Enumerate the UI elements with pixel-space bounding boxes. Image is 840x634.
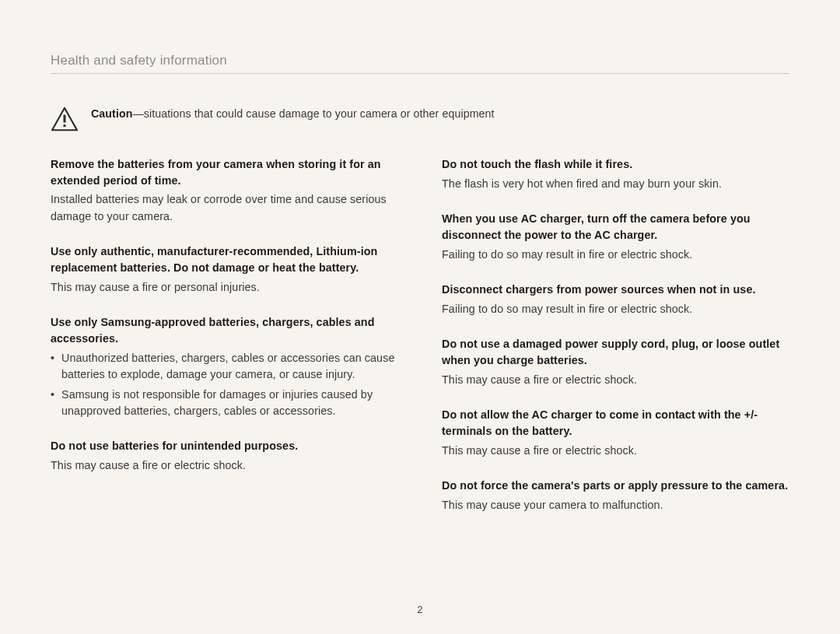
block-heading: When you use AC charger, turn off the ca… [442, 211, 789, 243]
block-heading: Do not force the camera's parts or apply… [442, 478, 789, 494]
page-number: 2 [0, 604, 840, 615]
caution-triangle-icon [51, 107, 79, 131]
block-heading: Do not use batteries for unintended purp… [51, 438, 398, 454]
content-block: Remove the batteries from your camera wh… [51, 156, 398, 225]
block-body: The flash is very hot when fired and may… [442, 176, 789, 192]
content-columns: Remove the batteries from your camera wh… [51, 156, 789, 532]
page-header: Health and safety information [51, 53, 789, 74]
block-body: This may cause a fire or personal injuri… [51, 279, 398, 296]
svg-rect-1 [63, 115, 65, 123]
block-body: Installed batteries may leak or corrode … [51, 191, 398, 225]
svg-rect-2 [63, 124, 65, 127]
content-block: When you use AC charger, turn off the ca… [442, 211, 789, 263]
caution-description: —situations that could cause damage to y… [133, 107, 495, 120]
caution-block: Caution—situations that could cause dama… [51, 107, 789, 131]
left-column: Remove the batteries from your camera wh… [51, 156, 398, 532]
block-heading: Disconnect chargers from power sources w… [442, 282, 789, 298]
block-heading: Use only Samsung-approved batteries, cha… [51, 314, 398, 346]
block-bullet-list: Unauthorized batteries, chargers, cables… [51, 350, 398, 420]
block-body: This may cause a fire or electric shock. [51, 457, 398, 474]
content-block: Use only authentic, manufacturer-recomme… [51, 243, 398, 296]
content-block: Do not use a damaged power supply cord, … [442, 336, 789, 388]
document-page: Health and safety information Caution—si… [0, 0, 840, 532]
block-heading: Remove the batteries from your camera wh… [51, 156, 398, 188]
block-body: This may cause a fire or electric shock. [442, 443, 789, 459]
block-body: Failing to do so may result in fire or e… [442, 247, 789, 263]
content-block: Do not touch the flash while it fires.Th… [442, 156, 789, 192]
block-heading: Do not allow the AC charger to come in c… [442, 407, 789, 439]
block-body: This may cause a fire or electric shock. [442, 372, 789, 388]
list-item: Samsung is not responsible for damages o… [51, 387, 398, 420]
content-block: Use only Samsung-approved batteries, cha… [51, 314, 398, 419]
caution-text: Caution—situations that could cause dama… [91, 107, 495, 121]
block-heading: Do not use a damaged power supply cord, … [442, 336, 789, 368]
content-block: Do not allow the AC charger to come in c… [442, 407, 789, 459]
right-column: Do not touch the flash while it fires.Th… [442, 156, 789, 532]
block-body: Failing to do so may result in fire or e… [442, 301, 789, 317]
caution-label: Caution [91, 107, 133, 120]
list-item: Unauthorized batteries, chargers, cables… [51, 350, 398, 384]
content-block: Do not force the camera's parts or apply… [442, 478, 789, 513]
content-block: Disconnect chargers from power sources w… [442, 282, 789, 317]
block-heading: Use only authentic, manufacturer-recomme… [51, 243, 398, 275]
block-heading: Do not touch the flash while it fires. [442, 156, 789, 173]
content-block: Do not use batteries for unintended purp… [51, 438, 398, 474]
block-body: This may cause your camera to malfunctio… [442, 497, 789, 513]
